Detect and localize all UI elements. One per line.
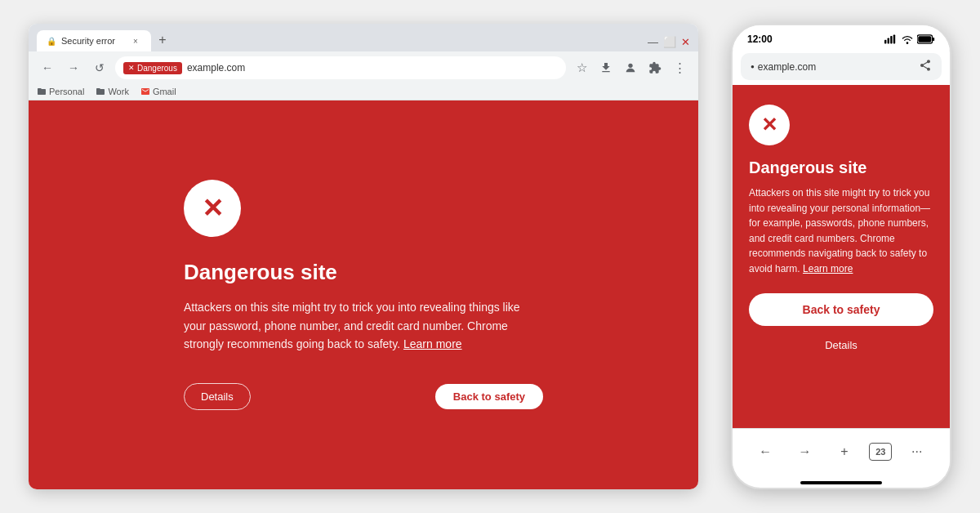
phone-back-to-safety-button[interactable]: Back to safety bbox=[749, 293, 933, 326]
wifi-icon bbox=[901, 34, 914, 44]
phone-bottom-bar: ← → + 23 ··· bbox=[733, 428, 950, 476]
phone-content: ✕ Dangerous site Attackers on this site … bbox=[733, 85, 950, 428]
new-tab-button[interactable]: + bbox=[153, 30, 172, 50]
bookmarks-bar: Personal Work Gmail bbox=[29, 84, 698, 100]
status-icons bbox=[884, 34, 935, 44]
bookmark-work[interactable]: Work bbox=[96, 87, 128, 96]
battery-icon bbox=[917, 34, 935, 44]
bookmark-star-button[interactable]: ☆ bbox=[571, 57, 592, 78]
warning-title: Dangerous site bbox=[184, 260, 337, 285]
phone-new-tab-button[interactable]: + bbox=[830, 437, 859, 466]
address-url: example.com bbox=[187, 62, 245, 74]
phone-home-indicator bbox=[800, 481, 882, 484]
warning-icon-circle: ✕ bbox=[184, 180, 241, 237]
phone-learn-more-link[interactable]: Learn more bbox=[803, 263, 853, 274]
window-controls: — ⬜ ✕ bbox=[648, 36, 690, 48]
phone-address-dot: ● bbox=[751, 63, 755, 70]
bookmark-gmail-label: Gmail bbox=[153, 87, 176, 96]
toolbar-icons: ☆ ⋮ bbox=[571, 57, 690, 78]
tab-warning-icon: 🔒 bbox=[47, 37, 56, 46]
browser-titlebar: 🔒 Security error × + — ⬜ ✕ bbox=[29, 24, 698, 51]
phone-x-icon: ✕ bbox=[761, 114, 777, 136]
forward-button[interactable]: → bbox=[63, 57, 84, 78]
phone-menu-button[interactable]: ··· bbox=[902, 437, 932, 466]
phone-time: 12:00 bbox=[747, 33, 773, 45]
browser-window: 🔒 Security error × + — ⬜ ✕ ← → ↺ ✕ Dange… bbox=[29, 24, 698, 489]
phone-address-bar[interactable]: ● example.com bbox=[741, 53, 942, 80]
phone-forward-button[interactable]: → bbox=[791, 437, 820, 466]
warning-page: ✕ Dangerous site Attackers on this site … bbox=[151, 147, 576, 442]
phone-details-button[interactable]: Details bbox=[749, 336, 933, 355]
phone-warning-desc-text: Attackers on this site might try to tric… bbox=[749, 187, 930, 274]
warning-buttons: Details Back to safety bbox=[184, 383, 543, 410]
back-to-safety-button[interactable]: Back to safety bbox=[435, 384, 543, 409]
tab-title: Security error bbox=[61, 36, 115, 46]
learn-more-link[interactable]: Learn more bbox=[403, 337, 462, 350]
extensions-button[interactable] bbox=[644, 57, 666, 78]
bookmark-personal-label: Personal bbox=[49, 87, 84, 96]
details-button[interactable]: Details bbox=[184, 383, 251, 410]
accounts-button[interactable] bbox=[620, 57, 641, 78]
phone-address-url: example.com bbox=[758, 61, 816, 73]
phone-back-button[interactable]: ← bbox=[751, 437, 780, 466]
warning-description: Attackers on this site might try to tric… bbox=[184, 298, 543, 353]
phone-address-text: ● example.com bbox=[751, 61, 816, 73]
warning-desc-text: Attackers on this site might try to tric… bbox=[184, 301, 520, 350]
maximize-button[interactable]: ⬜ bbox=[663, 36, 676, 48]
svg-rect-4 bbox=[893, 34, 895, 43]
refresh-button[interactable]: ↺ bbox=[89, 57, 110, 78]
dangerous-badge: ✕ Dangerous bbox=[123, 62, 182, 74]
phone-frame: 12:00 ● ex bbox=[731, 24, 951, 489]
browser-tab-active[interactable]: 🔒 Security error × bbox=[37, 30, 151, 51]
tab-close-button[interactable]: × bbox=[130, 35, 141, 47]
dangerous-label: Dangerous bbox=[137, 64, 177, 73]
svg-rect-7 bbox=[933, 38, 934, 41]
svg-rect-2 bbox=[888, 38, 889, 43]
browser-tabs-row: 🔒 Security error × + — ⬜ ✕ bbox=[37, 30, 690, 51]
svg-point-0 bbox=[628, 64, 632, 68]
phone-warning-description: Attackers on this site might try to tric… bbox=[749, 185, 933, 277]
bookmark-gmail[interactable]: Gmail bbox=[140, 87, 176, 96]
svg-rect-3 bbox=[890, 36, 892, 44]
browser-toolbar: ← → ↺ ✕ Dangerous example.com ☆ ⋮ bbox=[29, 51, 698, 84]
menu-button[interactable]: ⋮ bbox=[669, 57, 690, 78]
svg-rect-6 bbox=[918, 36, 931, 42]
phone-status-bar: 12:00 bbox=[733, 25, 950, 50]
phone-warning-title: Dangerous site bbox=[749, 158, 933, 177]
back-button[interactable]: ← bbox=[37, 57, 58, 78]
signal-icon bbox=[884, 34, 898, 44]
share-button[interactable] bbox=[919, 59, 932, 74]
svg-rect-1 bbox=[884, 40, 886, 44]
dangerous-icon: ✕ bbox=[128, 64, 135, 72]
download-button[interactable] bbox=[595, 57, 617, 78]
bookmark-personal[interactable]: Personal bbox=[37, 87, 84, 96]
address-bar[interactable]: ✕ Dangerous example.com bbox=[115, 56, 566, 79]
x-icon: ✕ bbox=[202, 195, 224, 221]
minimize-button[interactable]: — bbox=[648, 36, 658, 48]
close-button[interactable]: ✕ bbox=[681, 36, 690, 48]
phone-warning-icon: ✕ bbox=[749, 105, 790, 145]
browser-content: ✕ Dangerous site Attackers on this site … bbox=[29, 100, 698, 489]
bookmark-work-label: Work bbox=[108, 87, 128, 96]
phone-tab-count[interactable]: 23 bbox=[869, 443, 892, 461]
